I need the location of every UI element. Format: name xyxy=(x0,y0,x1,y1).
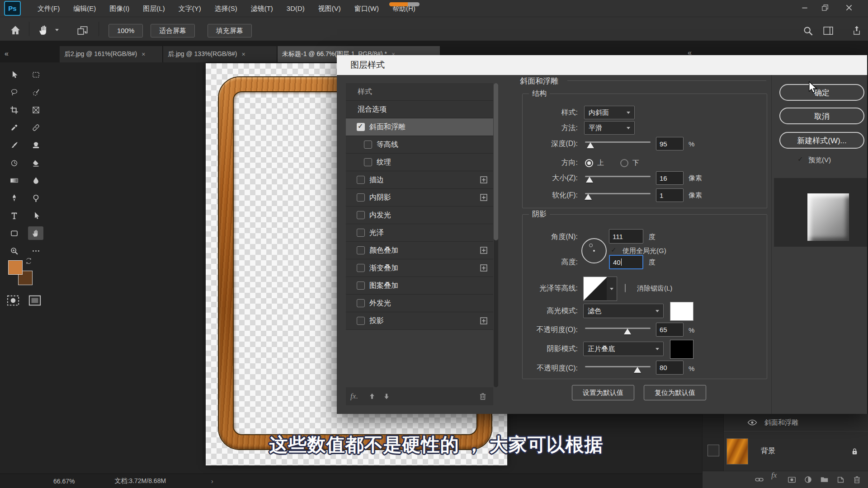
style-item-纹理[interactable]: 纹理 xyxy=(346,154,493,171)
lasso-tool[interactable] xyxy=(6,85,22,99)
add-effect-plus-icon[interactable] xyxy=(480,246,488,254)
spot-heal-tool[interactable] xyxy=(28,121,43,134)
hand-tool-caret-icon[interactable] xyxy=(55,29,59,31)
layer-effect-row[interactable]: 斜面和浮雕 xyxy=(724,414,868,432)
stamp-tool[interactable] xyxy=(28,138,43,152)
menu-item-10[interactable]: 窗口(W) xyxy=(348,0,386,17)
eraser-tool[interactable] xyxy=(28,156,43,169)
style-checkbox[interactable] xyxy=(357,211,365,219)
path-select-tool[interactable] xyxy=(28,209,43,222)
quick-select-tool[interactable] xyxy=(28,85,43,99)
add-effect-plus-icon[interactable] xyxy=(480,193,488,202)
method-dropdown[interactable]: 平滑 xyxy=(584,121,635,135)
menu-item-8[interactable]: 3D(D) xyxy=(280,0,311,17)
style-checkbox[interactable] xyxy=(357,123,365,131)
ellipsis-icon[interactable] xyxy=(28,244,43,258)
anti-alias-checkbox[interactable] xyxy=(625,284,626,292)
search-icon[interactable] xyxy=(803,26,813,36)
new-style-button[interactable]: 新建样式(W)... xyxy=(779,132,864,149)
mask-btn-icon[interactable] xyxy=(788,475,796,484)
cancel-button[interactable]: 取消 xyxy=(779,108,864,124)
adjust-icon[interactable] xyxy=(804,475,812,484)
style-item-渐变叠加[interactable]: 渐变叠加 xyxy=(346,259,493,277)
new-layer-icon[interactable] xyxy=(836,475,845,484)
home-icon[interactable] xyxy=(10,25,21,36)
angle-dial[interactable] xyxy=(581,238,607,263)
style-item-投影[interactable]: 投影 xyxy=(346,312,493,330)
menu-item-2[interactable]: 编辑(E) xyxy=(66,0,103,17)
depth-input[interactable]: 95 xyxy=(656,137,684,150)
soften-slider[interactable] xyxy=(585,193,651,194)
direction-up-radio[interactable] xyxy=(585,159,593,167)
workspace-icon[interactable] xyxy=(823,25,834,36)
soften-input[interactable]: 1 xyxy=(656,188,684,202)
reset-default-button[interactable]: 复位为默认值 xyxy=(644,385,706,400)
blur-tool[interactable] xyxy=(28,174,43,187)
style-item-光泽[interactable]: 光泽 xyxy=(346,224,493,242)
shadow-opacity-slider[interactable] xyxy=(585,366,651,367)
move-tool[interactable] xyxy=(6,68,22,81)
add-effect-plus-icon[interactable] xyxy=(480,317,488,325)
restore-icon[interactable] xyxy=(821,4,830,12)
style-checkbox[interactable] xyxy=(357,229,365,237)
close-icon[interactable] xyxy=(844,4,854,12)
size-slider[interactable] xyxy=(585,176,651,177)
swap-colors-icon[interactable] xyxy=(25,258,32,264)
gradient-tool[interactable] xyxy=(6,174,22,187)
menu-item-6[interactable]: 选择(S) xyxy=(208,0,244,17)
menu-item-4[interactable]: 图层(L) xyxy=(136,0,171,17)
arrange-icon[interactable] xyxy=(77,25,88,36)
highlight-color-swatch[interactable] xyxy=(670,302,693,321)
link-icon[interactable] xyxy=(755,475,764,484)
style-item-图案叠加[interactable]: 图案叠加 xyxy=(346,277,493,295)
delete-effect-trash-icon[interactable] xyxy=(479,392,487,400)
move-effect-down-icon[interactable] xyxy=(382,392,391,400)
quick-mask-icon[interactable] xyxy=(5,294,21,307)
hand-icon[interactable] xyxy=(38,24,50,36)
menu-item-11[interactable]: 帮助(H) xyxy=(386,0,422,17)
depth-slider[interactable] xyxy=(585,141,651,143)
crop-tool[interactable] xyxy=(6,103,22,117)
trash-icon[interactable] xyxy=(853,475,861,484)
style-item-混合选项[interactable]: 混合选项 xyxy=(346,101,493,118)
style-item-等高线[interactable]: 等高线 xyxy=(346,136,493,154)
style-checkbox[interactable] xyxy=(357,264,365,272)
dialog-title-bar[interactable]: 图层样式 xyxy=(337,55,867,75)
dialog-close-icon[interactable] xyxy=(854,61,863,69)
move-effect-up-icon[interactable] xyxy=(368,392,376,400)
tab-close-icon[interactable]: × xyxy=(142,51,145,58)
style-checkbox[interactable] xyxy=(357,299,365,307)
shadow-opacity-input[interactable]: 80 xyxy=(656,361,684,375)
tab-close-icon[interactable]: × xyxy=(242,51,245,58)
zoom-tool[interactable] xyxy=(6,244,22,258)
fx-icon[interactable]: fx xyxy=(771,475,780,484)
status-expander-icon[interactable]: › xyxy=(211,478,213,485)
shadow-mode-dropdown[interactable]: 正片叠底 xyxy=(583,342,664,356)
style-checkbox[interactable] xyxy=(357,282,365,290)
direction-down-radio[interactable] xyxy=(620,159,628,167)
add-effect-plus-icon[interactable] xyxy=(480,264,488,272)
document-tab-1[interactable]: 后2.jpg @ 161%(RGB/8#)× xyxy=(60,46,163,62)
menu-item-9[interactable]: 视图(V) xyxy=(311,0,348,17)
document-tab-2[interactable]: 后.jpg @ 133%(RGB/8#)× xyxy=(163,46,277,62)
style-checkbox[interactable] xyxy=(357,317,365,325)
gloss-contour-thumbnail[interactable] xyxy=(583,277,608,301)
fill-screen-button[interactable]: 填充屏幕 xyxy=(208,24,252,38)
styles-scrollbar[interactable] xyxy=(494,83,498,387)
style-item-内阴影[interactable]: 内阴影 xyxy=(346,189,493,206)
style-checkbox[interactable] xyxy=(357,193,365,202)
menu-item-7[interactable]: 滤镜(T) xyxy=(244,0,280,17)
type-tool[interactable] xyxy=(6,209,22,222)
shape-tool[interactable] xyxy=(6,226,22,240)
zoom-level-button[interactable]: 100% xyxy=(108,24,143,38)
style-item-外发光[interactable]: 外发光 xyxy=(346,295,493,312)
add-effect-plus-icon[interactable] xyxy=(480,176,488,184)
angle-input[interactable]: 111 xyxy=(609,229,643,244)
eyedropper-tool[interactable] xyxy=(6,121,22,134)
style-checkbox[interactable] xyxy=(357,246,365,254)
altitude-input[interactable]: 40 xyxy=(609,255,643,269)
collapse-tools-icon[interactable]: « xyxy=(5,50,8,58)
style-checkbox[interactable] xyxy=(364,158,372,166)
style-item-颜色叠加[interactable]: 颜色叠加 xyxy=(346,242,493,259)
fx-button[interactable]: fx xyxy=(350,392,356,401)
